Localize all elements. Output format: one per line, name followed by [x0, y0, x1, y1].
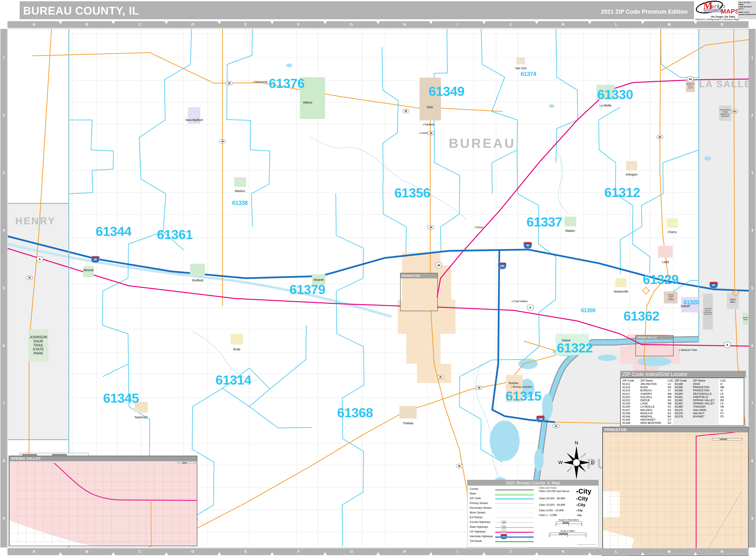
- legend-city-class-4: Cities 1 - 4,999: [539, 514, 557, 517]
- zip-label-61329: 61329: [643, 272, 678, 287]
- legend-swatch-state: [495, 494, 534, 496]
- ruler-notch: [270, 552, 274, 555]
- hamlet-label-coal-hollow: Coal Hollow: [512, 300, 528, 303]
- table-row-loc: M4: [668, 392, 672, 395]
- legend-item-secondary: Secondary Streets: [469, 507, 492, 509]
- hamlet-label-bureau-junction: Bureau Junction: [511, 385, 532, 388]
- legend-city-class-1: Cities 50,000 - 99,999: [539, 497, 565, 500]
- grid-ruler-bottom-label-M: M: [643, 550, 696, 554]
- legend-item-statehwy: State Highways: [469, 525, 488, 528]
- legend-city-class-0: Cities 100,000 and Above: [539, 490, 569, 493]
- legend-city-sample-0: City: [576, 487, 591, 495]
- city-dot-icon: [576, 510, 577, 511]
- ruler-notch: [482, 552, 486, 555]
- spring-valley-inset[interactable]: SPRING VALLEY: [9, 456, 197, 546]
- poi-line: PARK: [29, 352, 47, 356]
- route-number: 92: [228, 82, 231, 84]
- zip-index-body: ZIP CodeZIP NameLOCZIP CodeZIP NameLOC61…: [620, 378, 744, 426]
- contact-email: mapsales@MarketMAPS.com: [739, 13, 756, 15]
- inset-indicator-title: PRINCETON: [401, 273, 437, 278]
- town-area-seatonville: [615, 278, 627, 287]
- route-shield-92: 92: [226, 81, 233, 85]
- table-row-zip: 61362: [675, 402, 683, 405]
- route-number: 26: [429, 132, 432, 135]
- route-number: 26: [429, 226, 432, 229]
- legend-scale-tick: 1: [568, 524, 569, 526]
- table-row-name: OHIO: [693, 382, 700, 386]
- poi-line: PARK: [743, 319, 748, 321]
- grid-ruler-right-label-9: 9: [749, 516, 756, 521]
- zip-label-61379: 61379: [290, 282, 325, 297]
- town-label-neponset: Neponset: [135, 416, 148, 419]
- ruler-notch: [218, 552, 221, 555]
- route-shield-26: 26: [456, 464, 463, 468]
- table-row-loc: K2: [668, 405, 671, 408]
- zip-label-61330: 61330: [597, 87, 633, 102]
- table-row-zip: 61376: [675, 412, 683, 415]
- grid-ruler-left-label-9: 9: [0, 516, 7, 521]
- legend-item-ushwy: US Highways: [469, 530, 486, 533]
- place-dot-icon: [423, 124, 424, 125]
- route-number: 6: [727, 343, 728, 346]
- ruler-notch: [482, 21, 486, 24]
- table-row-zip: 61320: [622, 395, 630, 398]
- poi-line: AIRPORT: [720, 115, 730, 117]
- title-bar: BUREAU COUNTY, IL 2021 ZIP Code Premium …: [20, 1, 694, 19]
- legend-badge-number: 123: [502, 521, 505, 523]
- poi-label-johnson-sauk-trail-state-park: JOHNSONSAUKTRAILSTATEPARK: [29, 335, 47, 355]
- poi-label-mendota-golf-club: MENDOTAGOLFCLUB: [686, 83, 694, 89]
- route-number: 6: [530, 306, 531, 309]
- poi-label-grandpas-farm-mendota-airport: GRANDPASFARMMENDOTAAIRPORT: [720, 109, 730, 117]
- grid-ruler-bottom-label-H: H: [378, 550, 431, 554]
- table-row-zip: 61338: [622, 412, 630, 415]
- route-number: 40: [221, 140, 224, 143]
- table-row-loc: L5: [720, 402, 723, 405]
- table-row-name: DALZELL: [640, 395, 652, 398]
- ruler-notch: [59, 21, 62, 24]
- route-shield-80: 80: [710, 282, 718, 288]
- town-label-ladd: Ladd: [662, 260, 669, 264]
- town-label-wyanet: Wyanet: [313, 278, 324, 281]
- compass-w: W: [558, 460, 563, 465]
- ruler-notch: [641, 21, 644, 24]
- zip-label-61345: 61345: [103, 390, 139, 406]
- town-area-tiskilwa: [400, 406, 417, 418]
- princeton-inset[interactable]: PRINCETON: [602, 427, 749, 556]
- scale-segment: [563, 522, 569, 524]
- city-sample-text: City: [578, 487, 591, 495]
- princeton-inset-map: [603, 427, 749, 556]
- hamlet-label-dover: Dover: [475, 226, 483, 229]
- poi-label-illinois-valley-regional-airport: ILLINOISVALLEYREGIONALAIRPORT: [704, 308, 712, 315]
- route-shield-251: 251: [731, 109, 738, 113]
- logo-contact-box: CALL US TOLL FREE! 1-888-434-MAPS (6277)…: [738, 1, 756, 19]
- ruler-notch: [112, 21, 115, 24]
- table-row-loc: M5: [668, 395, 672, 398]
- town-area-cherry: [667, 218, 678, 228]
- zip-label-61361: 61361: [157, 227, 193, 242]
- grid-ruler-top-label-C: C: [113, 23, 166, 27]
- city-sample-text: City: [578, 502, 585, 507]
- zip-label-61312: 61312: [604, 185, 640, 200]
- route-shield-89: 89: [656, 135, 663, 139]
- inset-indicator-princeton[interactable]: PRINCETON: [400, 273, 438, 311]
- table-row-loc: L5: [720, 392, 723, 395]
- grid-ruler-left: 123456789: [0, 29, 7, 548]
- route-number: 78: [28, 277, 31, 279]
- route-number: 34: [689, 78, 691, 81]
- table-row-name: VAN ORIN: [693, 409, 706, 412]
- route-shield-78: 78: [26, 276, 33, 280]
- grid-ruler-bottom-label-I: I: [431, 550, 484, 554]
- zip-label-61368: 61368: [337, 405, 373, 420]
- route-number: 251: [733, 110, 736, 113]
- town-area-arlington: [626, 161, 637, 170]
- table-row-zip: 61356: [675, 386, 683, 389]
- table-header: LOC: [668, 379, 674, 382]
- table-row-loc: J1: [720, 409, 723, 412]
- table-row-name: TISKILWA: [693, 405, 706, 408]
- poi-line: TRAIL: [29, 343, 47, 347]
- legend-badge-interstate: 123: [500, 534, 507, 539]
- grid-ruler-bottom-label-G: G: [325, 550, 378, 554]
- grid-ruler-right-label-4: 4: [749, 229, 756, 233]
- city-dot-icon: [576, 515, 577, 516]
- inset-indicator-spring-valley[interactable]: SPRING VALLEY: [636, 335, 674, 356]
